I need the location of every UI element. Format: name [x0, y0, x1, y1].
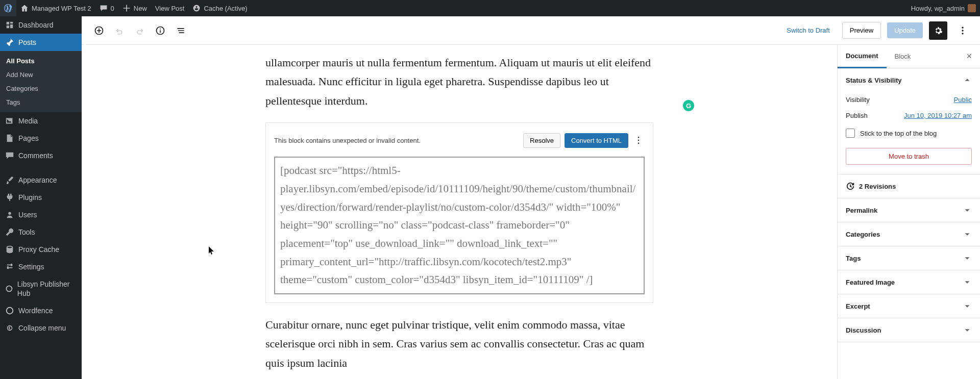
comments-icon: [5, 151, 14, 160]
submenu-categories[interactable]: Categories: [0, 82, 82, 95]
site-link[interactable]: Managed WP Test 2: [16, 0, 95, 16]
menu-users[interactable]: Users: [0, 206, 82, 223]
publish-date[interactable]: Jun 10, 2019 10:27 am: [904, 112, 972, 119]
collapse-icon: [5, 323, 14, 333]
site-name-text: Managed WP Test 2: [32, 5, 91, 12]
panel-categories[interactable]: Categories: [838, 222, 980, 246]
preview-button[interactable]: Preview: [842, 22, 881, 39]
new-label: New: [134, 5, 147, 12]
menu-wordfence[interactable]: Wordfence: [0, 302, 82, 319]
panel-featured-image[interactable]: Featured Image: [838, 270, 980, 294]
menu-libsyn[interactable]: Libsyn Publisher Hub: [0, 275, 82, 302]
users-icon: [5, 210, 14, 219]
wordpress-icon: [4, 4, 12, 12]
panel-permalink[interactable]: Permalink: [838, 198, 980, 222]
more-menu[interactable]: [953, 21, 972, 40]
more-vertical-icon: [958, 26, 968, 36]
plus-icon: [122, 4, 131, 12]
plus-circle-icon: [94, 26, 104, 36]
visibility-value[interactable]: Public: [954, 96, 972, 104]
menu-comments[interactable]: Comments: [0, 147, 82, 164]
howdy-text: Howdy, wp_admin: [911, 5, 965, 12]
user-menu[interactable]: Howdy, wp_admin: [907, 0, 980, 16]
paragraph-block-2[interactable]: Curabitur ornare, nunc eget pulvinar tri…: [265, 315, 653, 372]
posts-submenu: All Posts Add New Categories Tags: [0, 51, 82, 112]
panel-head-status[interactable]: Status & Visibility: [838, 68, 980, 92]
chevron-down-icon: [963, 254, 972, 263]
home-icon: [20, 4, 29, 12]
history-icon: [846, 182, 855, 191]
media-icon: [5, 116, 14, 125]
menu-media[interactable]: Media: [0, 112, 82, 130]
chevron-down-icon: [963, 301, 972, 311]
panel-discussion[interactable]: Discussion: [838, 318, 980, 342]
info-button[interactable]: [151, 21, 169, 40]
submenu-all-posts[interactable]: All Posts: [0, 54, 82, 68]
chevron-up-icon: [963, 75, 972, 85]
menu-tools[interactable]: Tools: [0, 223, 82, 241]
move-to-trash[interactable]: Move to trash: [846, 148, 972, 165]
svg-point-7: [638, 140, 640, 141]
editor-canvas[interactable]: ullamcorper mauris ut nulla fermentum fe…: [82, 45, 837, 379]
panel-status-visibility: Status & Visibility Visibility Public Pu…: [838, 68, 980, 174]
libsyn-icon: [5, 284, 13, 293]
tab-document[interactable]: Document: [838, 45, 887, 68]
panel-excerpt[interactable]: Excerpt: [838, 294, 980, 318]
revisions-row[interactable]: 2 Revisions: [838, 174, 980, 198]
pin-icon: [5, 38, 14, 47]
plugin-icon: [5, 193, 14, 202]
wordfence-icon: [5, 306, 14, 315]
paragraph-block-1[interactable]: ullamcorper mauris ut nulla fermentum fe…: [265, 53, 653, 110]
new-content[interactable]: New: [118, 0, 151, 16]
panel-tags[interactable]: Tags: [838, 246, 980, 270]
menu-proxy-cache[interactable]: Proxy Cache: [0, 241, 82, 258]
undo-button[interactable]: [110, 21, 129, 40]
info-icon: [155, 26, 165, 36]
menu-posts[interactable]: Posts: [0, 34, 82, 51]
svg-point-3: [962, 27, 963, 28]
tools-icon: [5, 228, 14, 237]
menu-dashboard[interactable]: Dashboard: [0, 16, 82, 34]
cache-icon: [192, 4, 201, 12]
menu-settings[interactable]: Settings: [0, 258, 82, 275]
view-post[interactable]: View Post: [151, 0, 189, 16]
invalid-block[interactable]: This block contains unexpected or invali…: [265, 122, 653, 303]
block-more-menu[interactable]: [632, 131, 645, 149]
cache-menu-icon: [5, 245, 14, 254]
outline-button[interactable]: [172, 21, 190, 40]
submenu-add-new[interactable]: Add New: [0, 68, 82, 82]
settings-sidebar: Document Block × Status & Visibility Vis…: [837, 45, 980, 379]
menu-pages[interactable]: Pages: [0, 130, 82, 147]
collapse-menu[interactable]: Collapse menu: [0, 319, 82, 337]
chevron-down-icon: [963, 277, 972, 287]
sticky-checkbox[interactable]: [846, 129, 855, 138]
update-button[interactable]: Update: [887, 22, 923, 38]
dashboard-icon: [5, 20, 14, 30]
svg-point-0: [6, 286, 12, 292]
submenu-tags[interactable]: Tags: [0, 95, 82, 109]
publish-row: Publish Jun 10, 2019 10:27 am: [846, 108, 972, 123]
tab-block[interactable]: Block: [887, 45, 919, 67]
close-sidebar[interactable]: ×: [958, 51, 980, 62]
cache-status[interactable]: Cache (Active): [188, 0, 251, 16]
redo-button[interactable]: [131, 21, 149, 40]
settings-toggle[interactable]: [929, 21, 947, 40]
menu-appearance[interactable]: Appearance: [0, 171, 82, 189]
editor-toolbar: Switch to Draft Preview Update: [82, 16, 980, 45]
undo-icon: [114, 26, 125, 36]
comment-icon: [100, 4, 108, 12]
user-avatar: [968, 4, 976, 12]
comments-link[interactable]: 0: [95, 0, 118, 16]
svg-point-1: [7, 308, 13, 314]
switch-to-draft[interactable]: Switch to Draft: [780, 23, 836, 37]
admin-sidebar: Dashboard Posts All Posts Add New Catego…: [0, 16, 82, 379]
menu-plugins[interactable]: Plugins: [0, 189, 82, 206]
wp-logo[interactable]: [0, 0, 16, 16]
add-block-button[interactable]: [90, 21, 108, 40]
convert-html-button[interactable]: Convert to HTML: [565, 133, 628, 148]
more-vertical-icon: [633, 135, 644, 145]
grammarly-badge[interactable]: G: [683, 100, 694, 111]
resolve-button[interactable]: Resolve: [523, 133, 560, 148]
brush-icon: [5, 175, 14, 185]
svg-point-6: [638, 137, 640, 138]
